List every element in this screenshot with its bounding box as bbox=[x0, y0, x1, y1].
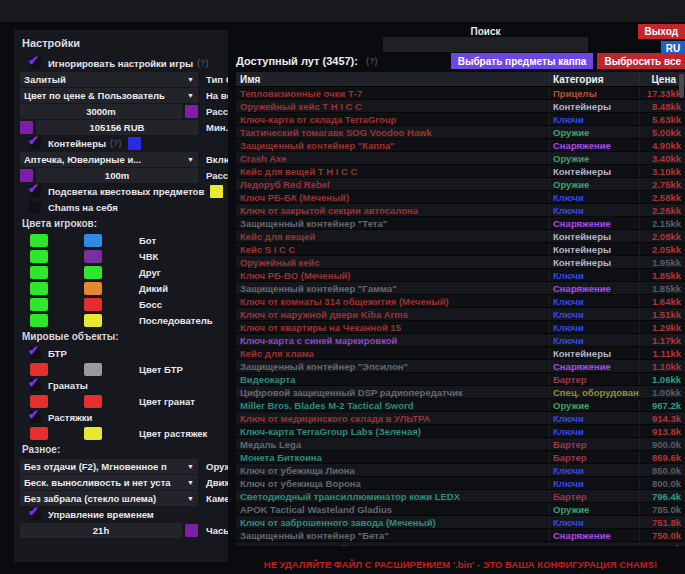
table-row[interactable]: Ключ от переговорной TerraGroupКлючи750.… bbox=[236, 542, 685, 546]
table-row[interactable]: Ключ от закрытой секции автосалонаКлючи2… bbox=[236, 204, 685, 217]
color-swatch[interactable] bbox=[185, 105, 198, 118]
color-swatch[interactable] bbox=[128, 137, 141, 150]
column-header-name[interactable]: Имя bbox=[236, 74, 549, 85]
color-swatch[interactable] bbox=[30, 234, 48, 247]
color-swatch[interactable] bbox=[84, 395, 102, 408]
table-row[interactable]: Ключ-карта от склада TerraGroupКлючи5.63… bbox=[236, 113, 685, 126]
color-swatch[interactable] bbox=[84, 298, 102, 311]
color-label: Друг bbox=[139, 267, 161, 278]
table-row[interactable]: Защищенный контейнер "Каппа"Снаряжение4.… bbox=[236, 139, 685, 152]
table-row[interactable]: Ключ-карта с синей маркировкойКлючи1.17k… bbox=[236, 334, 685, 347]
dropdown[interactable]: Беск. выносливость и нет уста▼ bbox=[20, 475, 198, 490]
table-row[interactable]: Монета БиткоинаБартер869.6k bbox=[236, 451, 685, 464]
item-category: Снаряжение bbox=[549, 218, 639, 229]
table-row[interactable]: Кейс для хламаКонтейнеры1.11kk bbox=[236, 347, 685, 360]
dropdown[interactable]: Без отдачи (F2), Мгновенное п▼ bbox=[20, 459, 198, 474]
table-row[interactable]: Оружейный кейсКонтейнеры1.95kk bbox=[236, 256, 685, 269]
select-kappa-items-button[interactable]: Выбрать предметы каппа bbox=[451, 53, 594, 69]
settings-rows: Игнорировать настройки игры(?)Залитый▼Ти… bbox=[20, 56, 222, 537]
color-swatch[interactable] bbox=[84, 363, 102, 376]
color-swatch[interactable] bbox=[30, 427, 48, 440]
table-row[interactable]: Ключ от комнаты 314 общежития (Меченый)К… bbox=[236, 295, 685, 308]
color-swatch[interactable] bbox=[30, 314, 48, 327]
color-swatch[interactable] bbox=[30, 266, 48, 279]
table-row[interactable]: Ледоруб Red RebelОружие2.75kk bbox=[236, 178, 685, 191]
item-name: Тепловизионные очки Т-7 bbox=[236, 88, 549, 99]
table-row[interactable]: Ключ от убежища ВоронаКлючи800.0k bbox=[236, 477, 685, 490]
color-swatch[interactable] bbox=[30, 250, 48, 263]
color-swatch[interactable] bbox=[20, 169, 33, 182]
checkbox-checked[interactable] bbox=[29, 411, 41, 423]
color-swatch[interactable] bbox=[30, 395, 48, 408]
color-swatch[interactable] bbox=[84, 250, 102, 263]
search-input[interactable] bbox=[383, 37, 588, 52]
checkbox-checked[interactable] bbox=[29, 137, 41, 149]
item-name: Цифровой защищенный DSP радиопередатчик bbox=[236, 387, 549, 398]
color-swatch[interactable] bbox=[84, 427, 102, 440]
setting-row-pair-19: Цвет БТР bbox=[20, 362, 222, 376]
text-input[interactable]: 100m bbox=[36, 168, 198, 183]
color-swatch[interactable] bbox=[84, 234, 102, 247]
color-swatch[interactable] bbox=[30, 363, 48, 376]
color-swatch[interactable] bbox=[30, 298, 48, 311]
dropdown[interactable]: Залитый▼ bbox=[20, 72, 198, 87]
text-input[interactable]: 3000m bbox=[20, 104, 182, 119]
setting-row-pair-21: Цвет гранат bbox=[20, 394, 222, 408]
item-name: Защищенный контейнер "Каппа" bbox=[236, 140, 549, 151]
table-row[interactable]: Ключ от медицинского склада в УЛЬТРАКлюч… bbox=[236, 412, 685, 425]
setting-row-input-7: 100mРасстояние bbox=[20, 168, 222, 182]
table-row[interactable]: Ключ от квартиры на Чеканной 15Ключи1.29… bbox=[236, 321, 685, 334]
color-swatch[interactable] bbox=[20, 121, 33, 134]
table-row[interactable]: Кейс S I C CКонтейнеры2.05kk bbox=[236, 243, 685, 256]
item-category: Снаряжение bbox=[549, 361, 639, 372]
drop-all-button[interactable]: Выбросить все bbox=[597, 53, 685, 69]
table-row[interactable]: Ключ-карта TerraGroup Labs (Зеленая)Ключ… bbox=[236, 425, 685, 438]
table-row[interactable]: Ключ от заброшенного завода (Меченый)Клю… bbox=[236, 516, 685, 529]
color-swatch[interactable] bbox=[210, 185, 223, 198]
checkbox-unchecked[interactable] bbox=[29, 201, 41, 213]
checkbox-checked[interactable] bbox=[29, 185, 41, 197]
checkbox-checked[interactable] bbox=[29, 508, 41, 520]
table-row[interactable]: Кейс для вещейКонтейнеры2.08kk bbox=[236, 230, 685, 243]
checkbox-checked[interactable] bbox=[29, 379, 41, 391]
color-swatch[interactable] bbox=[84, 314, 102, 327]
table-row[interactable]: ВидеокартаБартер1.06kk bbox=[236, 373, 685, 386]
column-header-category[interactable]: Категория bbox=[549, 74, 639, 85]
color-swatch[interactable] bbox=[185, 524, 198, 537]
checkbox-checked[interactable] bbox=[29, 57, 41, 69]
dropdown[interactable]: Аптечка, Ювелирные и...▼ bbox=[20, 152, 198, 167]
table-row[interactable]: Цифровой защищенный DSP радиопередатчикС… bbox=[236, 386, 685, 399]
loot-header: Доступный лут (3457): (?) Выбрать предме… bbox=[236, 53, 685, 69]
table-row[interactable]: APOK Tactical Wasteland GladiusОружие785… bbox=[236, 503, 685, 516]
table-row[interactable]: Защищенный контейнер "Гамма"Снаряжение1.… bbox=[236, 282, 685, 295]
color-swatch[interactable] bbox=[30, 282, 48, 295]
table-row[interactable]: Защищенный контейнер "Эпсилон"Снаряжение… bbox=[236, 360, 685, 373]
table-row[interactable]: Crash AxeОружие3.40kk bbox=[236, 152, 685, 165]
scrollbar-thumb[interactable] bbox=[679, 74, 684, 98]
item-category: Контейнеры bbox=[549, 244, 639, 255]
table-row[interactable]: Тепловизионные очки Т-7Прицелы17.33kk bbox=[236, 87, 685, 100]
table-row[interactable]: Защищенный контейнер "Тета"Снаряжение2.1… bbox=[236, 217, 685, 230]
dropdown[interactable]: Без забрала (стекло шлема)▼ bbox=[20, 491, 198, 506]
table-row[interactable]: Защищенный контейнер "Бета"Снаряжение750… bbox=[236, 529, 685, 542]
table-row[interactable]: Ключ от убежища ЛионаКлючи850.0k bbox=[236, 464, 685, 477]
table-row[interactable]: Светодиодный трансиллюминатор кожи LEDXБ… bbox=[236, 490, 685, 503]
table-row[interactable]: Ключ РБ-ВО (Меченый)Ключи1.85kk bbox=[236, 269, 685, 282]
loot-rows: Тепловизионные очки Т-7Прицелы17.33kkОру… bbox=[236, 87, 685, 546]
color-swatch[interactable] bbox=[84, 266, 102, 279]
table-row[interactable]: Оружейный кейс T H I C CКонтейнеры8.48kk bbox=[236, 100, 685, 113]
checkbox-checked[interactable] bbox=[29, 347, 41, 359]
color-swatch[interactable] bbox=[84, 282, 102, 295]
dropdown[interactable]: Цвет по цене & Пользователь▼ bbox=[20, 88, 198, 103]
text-input[interactable]: 21h bbox=[20, 523, 182, 538]
table-row[interactable]: Тактический томагавк SOG Voodoo HawkОруж… bbox=[236, 126, 685, 139]
item-name: Светодиодный трансиллюминатор кожи LEDX bbox=[236, 491, 549, 502]
table-row[interactable]: Кейс для вещей T H I C CКонтейнеры3.10kk bbox=[236, 165, 685, 178]
table-row[interactable]: Miller Bros. Blades M-2 Tactical SwordОр… bbox=[236, 399, 685, 412]
table-row[interactable]: Медаль LegaБартер900.0k bbox=[236, 438, 685, 451]
exit-button[interactable]: Выход bbox=[638, 24, 685, 39]
table-row[interactable]: Ключ РБ-БК (Меченый)Ключи2.58kk bbox=[236, 191, 685, 204]
text-input[interactable]: 105156 RUB bbox=[36, 120, 198, 135]
table-row[interactable]: Ключ от наружной двери Kiba ArmsКлючи1.5… bbox=[236, 308, 685, 321]
scrollbar[interactable] bbox=[679, 74, 684, 544]
